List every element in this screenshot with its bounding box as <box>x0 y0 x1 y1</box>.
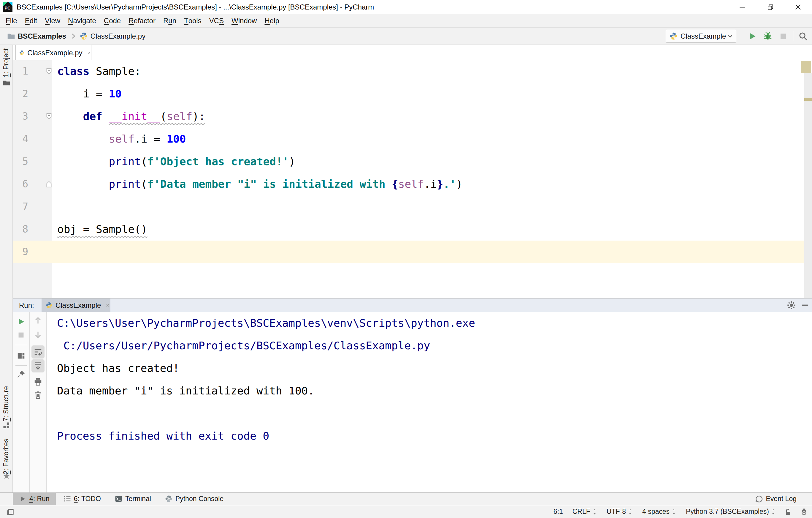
run-tab-classexample[interactable]: ClassExample <box>41 299 110 312</box>
search-everywhere-button[interactable] <box>799 31 808 41</box>
code-line[interactable] <box>57 241 463 263</box>
code-token: self <box>167 110 192 122</box>
code-editor[interactable]: 123456789 class Sample: i = 10 def __ini… <box>13 60 812 298</box>
code-token: f'Data member "i" is initialized with <box>147 178 392 190</box>
run-toolbar-console <box>30 312 47 492</box>
tool-stripe-structure-button[interactable]: 7: Structure <box>2 386 10 421</box>
code-token: } <box>437 178 443 190</box>
tool-window-switcher-icon[interactable] <box>6 507 15 516</box>
run-tab-label: ClassExample <box>56 301 101 309</box>
gear-icon[interactable] <box>787 301 796 310</box>
code-token: ) <box>289 155 295 167</box>
window-close-button[interactable] <box>784 0 812 14</box>
window-restore-button[interactable] <box>756 0 784 14</box>
pin-tab-button[interactable] <box>17 370 26 379</box>
gutter-row: 4 <box>13 128 57 150</box>
soft-wrap-button[interactable] <box>33 348 42 356</box>
caret-position[interactable]: 6:1 <box>553 508 563 516</box>
fold-end-icon[interactable] <box>46 181 53 188</box>
structure-icon[interactable] <box>3 422 10 430</box>
code-token: i = <box>57 88 109 100</box>
scroll-to-end-button[interactable] <box>33 361 42 371</box>
tool-window-button-python-console[interactable]: Python Console <box>159 493 230 505</box>
code-line[interactable]: print(f'Data member "i" is initialized w… <box>57 173 463 195</box>
menu-code[interactable]: Code <box>100 14 125 27</box>
interpreter-widget[interactable]: Python 3.7 (BSCExamples) <box>686 508 776 516</box>
line-number: 9 <box>13 241 28 263</box>
menu-navigate[interactable]: Navigate <box>64 14 100 27</box>
tool-window-button-terminal[interactable]: Terminal <box>109 493 157 505</box>
menu-edit[interactable]: Edit <box>21 14 41 27</box>
code-line[interactable] <box>57 195 463 218</box>
tool-stripe-project-button[interactable]: 1: Project <box>2 48 10 77</box>
down-stacktrace-button[interactable] <box>33 331 42 339</box>
editor-scrollbar[interactable] <box>804 73 812 298</box>
fold-collapse-icon[interactable] <box>46 113 53 120</box>
menu-vcs[interactable]: VCS <box>205 14 228 27</box>
code-line[interactable]: class Sample: <box>57 60 463 83</box>
menu-run[interactable]: Run <box>160 14 180 27</box>
event-log-button[interactable]: Event Log <box>755 495 796 503</box>
code-area[interactable]: class Sample: i = 10 def __init__(self):… <box>57 60 463 263</box>
breadcrumb-project[interactable]: BSCExamples <box>7 32 66 40</box>
tab-close-icon[interactable] <box>87 50 91 56</box>
fold-collapse-icon[interactable] <box>46 68 53 75</box>
python-icon <box>670 32 677 40</box>
tool-window-button-label: 6: TODO <box>74 495 101 503</box>
tool-window-button-label: Python Console <box>175 495 224 503</box>
breadcrumb-file[interactable]: ClassExample.py <box>80 32 145 40</box>
highlighting-level-icon[interactable] <box>800 508 808 516</box>
code-line[interactable]: print(f'Object has created!') <box>57 150 463 173</box>
indent-guide <box>84 128 84 195</box>
gutter-row: 2 <box>13 83 57 105</box>
debug-button[interactable] <box>763 31 773 41</box>
run-tab-close-icon[interactable] <box>105 302 110 308</box>
gutter-row: 5 <box>13 150 57 173</box>
gutter-row: 7 <box>13 195 57 218</box>
print-button[interactable] <box>33 377 42 386</box>
window-minimize-button[interactable] <box>728 0 756 14</box>
status-bar: 6:1 CRLF UTF-8 4 spaces Python 3.7 (BSCE… <box>0 505 812 518</box>
code-token: ): <box>192 110 205 122</box>
gutter-row: 9 <box>13 241 57 263</box>
left-tool-stripe <box>0 45 13 505</box>
code-line[interactable]: i = 10 <box>57 83 463 105</box>
editor-tab-bar: ClassExample.py <box>13 45 812 60</box>
line-separator-widget[interactable]: CRLF <box>573 508 597 516</box>
run-configuration-select[interactable]: ClassExample <box>666 30 736 43</box>
code-token: .i <box>424 178 437 190</box>
stop-process-button[interactable] <box>17 331 26 339</box>
gutter-row: 8 <box>13 218 57 241</box>
menu-view[interactable]: View <box>41 14 64 27</box>
tool-window-button----run[interactable]: 4: Run <box>13 493 56 505</box>
code-token: def <box>83 110 109 122</box>
clear-all-button[interactable] <box>33 390 42 400</box>
run-button[interactable] <box>748 31 757 41</box>
encoding-widget[interactable]: UTF-8 <box>607 508 633 516</box>
tool-stripe-favorites-button[interactable]: 2: Favorites <box>2 439 10 474</box>
lock-icon[interactable] <box>784 508 792 516</box>
indent-widget[interactable]: 4 spaces <box>642 508 676 516</box>
inspection-indicator[interactable] <box>801 61 811 73</box>
code-token: 100 <box>167 133 186 145</box>
stop-button[interactable] <box>779 31 788 41</box>
code-token: class <box>57 65 89 77</box>
code-line[interactable]: self.i = 100 <box>57 128 463 150</box>
menu-file[interactable]: File <box>2 14 21 27</box>
tool-window-button----todo[interactable]: 6: TODO <box>57 493 107 505</box>
restore-layout-button[interactable] <box>17 351 26 360</box>
hide-panel-icon[interactable] <box>801 301 810 310</box>
up-stacktrace-button[interactable] <box>33 316 42 325</box>
toolbar-separator <box>16 345 27 345</box>
code-line[interactable]: def __init__(self): <box>57 105 463 128</box>
menu-tools[interactable]: Tools <box>180 14 205 27</box>
code-line[interactable]: obj = Sample() <box>57 218 463 241</box>
star-icon[interactable] <box>3 472 10 480</box>
folder-dark-icon[interactable] <box>3 79 10 87</box>
editor-tab-classexample[interactable]: ClassExample.py <box>16 45 91 60</box>
menu-refactor[interactable]: Refactor <box>125 14 160 27</box>
rerun-button[interactable] <box>17 317 26 326</box>
menu-window[interactable]: Window <box>228 14 261 27</box>
menu-help[interactable]: Help <box>261 14 283 27</box>
run-console-output[interactable]: C:\Users\User\PycharmProjects\BSCExample… <box>47 312 812 492</box>
